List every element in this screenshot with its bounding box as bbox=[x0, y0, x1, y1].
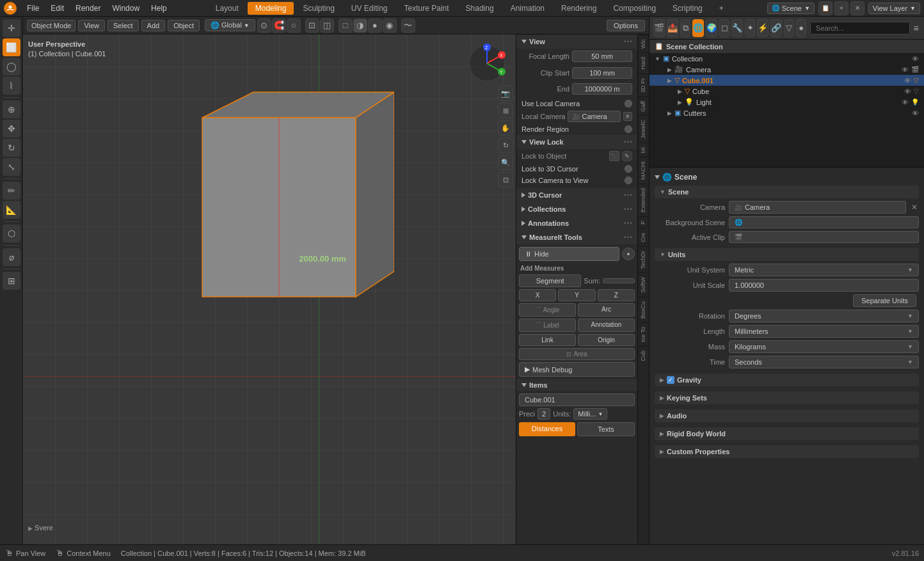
menu-file[interactable]: File bbox=[22, 3, 44, 14]
camera-view-btn[interactable]: 📷 bbox=[498, 86, 513, 101]
props-search[interactable] bbox=[810, 22, 910, 35]
collection-eye[interactable]: 👁 bbox=[912, 55, 919, 63]
unit-scale-value[interactable]: 1.000000 bbox=[729, 279, 919, 292]
gravity-checkbox[interactable] bbox=[667, 376, 674, 384]
lock-object-pick[interactable]: ✎ bbox=[622, 151, 632, 161]
menu-render[interactable]: Render bbox=[70, 3, 106, 14]
render-props-btn[interactable]: 🎬 bbox=[653, 19, 665, 37]
data-props-btn[interactable]: ▽ bbox=[784, 19, 794, 37]
items-cube-name[interactable]: Cube.001 bbox=[519, 393, 635, 406]
tool-measure[interactable]: 📐 bbox=[3, 201, 20, 219]
separate-units-btn[interactable]: Separate Units bbox=[853, 294, 916, 307]
side-tab-iceto[interactable]: Ice To bbox=[638, 322, 649, 346]
world-props-btn[interactable]: 🌍 bbox=[706, 19, 717, 37]
wave-btn1[interactable]: 〜 bbox=[401, 19, 415, 33]
collections-dots[interactable]: ⋯ bbox=[623, 204, 632, 214]
grid-view-btn[interactable]: ⊞ bbox=[498, 103, 513, 118]
mesh-debug-btn[interactable]: ▶ Mesh Debug bbox=[519, 362, 635, 377]
options-btn[interactable]: Options bbox=[607, 20, 645, 31]
cursor-dots[interactable]: ⋯ bbox=[623, 190, 632, 200]
focal-length-value[interactable]: 50 mm bbox=[572, 51, 632, 62]
3d-viewport[interactable]: 2000.00 mm User Perspective (1) Collecti… bbox=[23, 35, 516, 544]
tool-add[interactable]: ⬡ bbox=[3, 225, 20, 242]
tool-select-box[interactable]: ⬜ bbox=[3, 38, 20, 56]
render-region-toggle[interactable] bbox=[625, 125, 632, 133]
view-layer-props-btn[interactable]: ⧉ bbox=[680, 19, 690, 37]
tab-shading[interactable]: Shading bbox=[458, 2, 502, 15]
view-menu[interactable]: View bbox=[78, 20, 105, 31]
length-dropdown[interactable]: Millimeters ▼ bbox=[729, 325, 919, 338]
tab-compositing[interactable]: Compositing bbox=[605, 2, 664, 15]
tab-scripting[interactable]: Scripting bbox=[665, 2, 710, 15]
material-btn[interactable]: ● bbox=[368, 19, 382, 33]
tab-texture-paint[interactable]: Texture Paint bbox=[397, 2, 457, 15]
mode-selector[interactable]: Object Mode bbox=[27, 20, 76, 31]
arc-btn[interactable]: Arc bbox=[578, 303, 635, 317]
active-clip-field[interactable]: 🎬 bbox=[729, 231, 919, 243]
menu-window[interactable]: Window bbox=[107, 3, 145, 14]
units-props-header[interactable]: ▼ Units bbox=[655, 248, 919, 261]
camera-eye[interactable]: 👁 bbox=[902, 66, 909, 74]
tool-move[interactable]: ✥ bbox=[3, 120, 20, 138]
outliner-item-cutters[interactable]: ▶ ▣ Cutters 👁 bbox=[649, 107, 924, 118]
tab-animation[interactable]: Animation bbox=[503, 2, 552, 15]
measureit-header[interactable]: MeasureIt Tools ⋯ bbox=[516, 230, 637, 244]
physics-props-btn[interactable]: ⚡ bbox=[757, 19, 769, 37]
rotation-dropdown[interactable]: Degrees ▼ bbox=[729, 310, 919, 322]
side-tab-softw[interactable]: SoftW bbox=[638, 273, 649, 297]
mass-dropdown[interactable]: Kilograms ▼ bbox=[729, 340, 919, 353]
items-header[interactable]: Items bbox=[516, 379, 637, 391]
filter-btn[interactable]: ≡ bbox=[912, 20, 920, 36]
keying-props-header[interactable]: ▶ Keying Sets bbox=[655, 391, 919, 404]
view-lock-dots[interactable]: ⋯ bbox=[623, 137, 632, 147]
sum-field[interactable] bbox=[603, 278, 635, 283]
clip-end-value[interactable]: 1000000 m bbox=[572, 83, 632, 95]
add-menu[interactable]: Add bbox=[141, 20, 166, 31]
global-btn[interactable]: 🌐 Global ▼ bbox=[205, 19, 255, 31]
wire-btn[interactable]: □ bbox=[339, 19, 353, 33]
light-eye[interactable]: 👁 bbox=[902, 99, 909, 106]
tool-annotate[interactable]: ✏ bbox=[3, 182, 20, 200]
side-tab-techdr[interactable]: TechDr bbox=[638, 246, 649, 273]
outliner-item-cube[interactable]: ▶ ▽ Cube 👁 ▽ bbox=[649, 86, 924, 97]
side-tab-jewelc[interactable]: JewelC bbox=[638, 115, 649, 143]
constraints-btn[interactable]: 🔗 bbox=[770, 19, 782, 37]
material-props-btn[interactable]: ● bbox=[796, 19, 806, 37]
cursor-header[interactable]: 3D Cursor ⋯ bbox=[516, 188, 637, 202]
tool-knife[interactable]: ⌀ bbox=[3, 248, 20, 266]
modifier-props-btn[interactable]: 🔧 bbox=[731, 19, 743, 37]
menu-help[interactable]: Help bbox=[146, 3, 172, 14]
view-section-header[interactable]: View ⋯ bbox=[516, 35, 637, 49]
side-tab-cub[interactable]: Cub bbox=[638, 346, 649, 365]
tool-cursor[interactable]: ✛ bbox=[3, 19, 20, 37]
local-camera-field[interactable]: 🎥 Camera bbox=[568, 111, 621, 122]
label-btn[interactable]: ⌒ Label bbox=[519, 319, 576, 332]
y-btn[interactable]: Y bbox=[558, 289, 595, 301]
camera-field-value[interactable]: 🎥 Camera bbox=[729, 201, 906, 214]
tab-layout[interactable]: Layout bbox=[208, 2, 246, 15]
view-dots-menu[interactable]: ⋯ bbox=[623, 36, 632, 47]
cube-restrict[interactable]: ▽ bbox=[914, 88, 919, 95]
outliner-item-camera[interactable]: ▶ 🎥 Camera 👁 🎬 bbox=[649, 64, 924, 75]
side-tab-cre[interactable]: Cre bbox=[638, 228, 649, 246]
object-props-btn[interactable]: ◻ bbox=[719, 19, 729, 37]
menu-edit[interactable]: Edit bbox=[45, 3, 69, 14]
side-tab-hard[interactable]: Hard bbox=[638, 52, 649, 74]
tool-options[interactable]: ⊞ bbox=[3, 272, 20, 290]
lock-camera-toggle[interactable] bbox=[625, 177, 632, 184]
prop-edit[interactable]: ○ bbox=[287, 19, 301, 33]
audio-props-header[interactable]: ▶ Audio bbox=[655, 409, 919, 422]
render-btn[interactable]: ◉ bbox=[383, 19, 397, 33]
side-tab-3dpr[interactable]: 3D Pr bbox=[638, 74, 649, 97]
side-tab-mi[interactable]: Mi bbox=[638, 143, 649, 157]
clip-start-value[interactable]: 100 mm bbox=[572, 67, 632, 79]
time-dropdown[interactable]: Seconds ▼ bbox=[729, 356, 919, 368]
hide-btn[interactable]: ⏸ Hide bbox=[519, 247, 619, 261]
origin-btn[interactable]: Origin bbox=[578, 334, 635, 346]
tab-uv-editing[interactable]: UV Editing bbox=[344, 2, 395, 15]
output-props-btn[interactable]: 📤 bbox=[667, 19, 678, 37]
link-btn[interactable]: Link bbox=[519, 334, 576, 346]
collections-header[interactable]: Collections ⋯ bbox=[516, 202, 637, 216]
gravity-props-header[interactable]: ▶ Gravity bbox=[655, 374, 919, 386]
solid-btn[interactable]: ◑ bbox=[353, 19, 367, 33]
